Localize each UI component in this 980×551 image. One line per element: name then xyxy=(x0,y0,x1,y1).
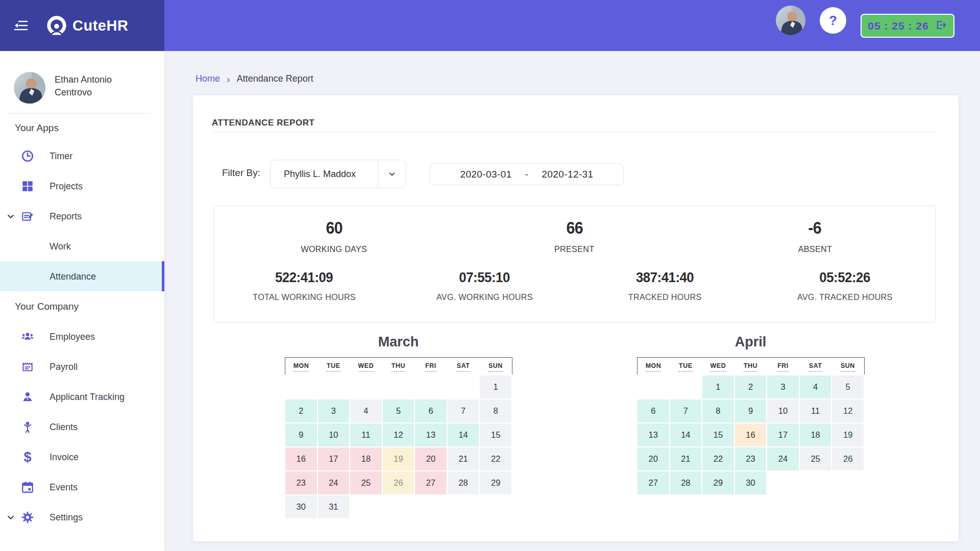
calendar-day-cell: 26 xyxy=(382,471,415,495)
calendar-empty-cell xyxy=(702,495,734,518)
sidebar-item-clients[interactable]: Clients xyxy=(0,412,164,442)
sidebar-item-projects[interactable]: Projects xyxy=(0,171,164,201)
calendar-month-title: April xyxy=(636,334,865,350)
sidebar-item-employees[interactable]: Employees xyxy=(0,321,164,352)
stat-value: 522:41:09 xyxy=(275,269,333,286)
calendar-day-cell: 4 xyxy=(799,375,832,399)
sidebar-item-events[interactable]: Events xyxy=(0,472,164,502)
calendar-march: MarchMONTUEWEDTHUFRISATSUN12345678910111… xyxy=(284,334,512,519)
page-title: ATTENDANCE REPORT xyxy=(212,118,315,128)
date-range-input[interactable]: 2020-03-01 - 2020-12-31 xyxy=(430,163,624,185)
calendar-empty-cell xyxy=(637,375,670,399)
sidebar-toggle-icon[interactable] xyxy=(12,17,30,34)
sidebar-item-reports[interactable]: Reports xyxy=(0,201,164,231)
sidebar-item-applicant-tracking[interactable]: Applicant Tracking xyxy=(0,382,164,412)
sidebar-item-label: Work xyxy=(50,241,71,252)
sidebar-item-label: Settings xyxy=(50,512,83,522)
sidebar-item-timer[interactable]: Timer xyxy=(0,141,164,171)
calendar-day-cell: 5 xyxy=(831,375,864,399)
calendar-table: MONTUEWEDTHUFRISATSUN1234567891011121314… xyxy=(284,357,512,519)
calendar-day-cell: 30 xyxy=(285,495,317,519)
user-avatar[interactable] xyxy=(776,6,805,35)
calendar-day-cell: 13 xyxy=(637,423,670,447)
calendar-day-cell: 27 xyxy=(414,471,447,495)
day-header: SAT xyxy=(799,358,832,375)
top-header: CuteHR ? 05 : 25 : 26 xyxy=(0,0,980,51)
calendar-day-cell: 30 xyxy=(734,471,767,495)
help-question-icon: ? xyxy=(829,13,837,29)
calendar-day-cell: 6 xyxy=(414,399,447,423)
report-edit-icon xyxy=(21,210,34,223)
employee-select-value: Phyllis L. Maddox xyxy=(271,169,378,180)
stat-tracked-hours: 387:41:40TRACKED HOURS xyxy=(575,269,755,303)
calendar-day-cell: 18 xyxy=(350,447,382,471)
calendar-day-cell: 10 xyxy=(317,423,350,447)
stat-label: AVG. WORKING HOURS xyxy=(436,292,532,303)
calendar-day-cell: 11 xyxy=(799,399,832,423)
sidebar-item-settings[interactable]: Settings xyxy=(0,502,164,532)
sidebar-item-label: Events xyxy=(50,482,78,492)
timer-button[interactable]: 05 : 25 : 26 xyxy=(861,14,954,38)
calendar-day-cell: 29 xyxy=(702,471,734,495)
sidebar-item-label: Attendance xyxy=(50,271,96,282)
sidebar-nav: Your AppsTimerProjectsReportsWorkAttenda… xyxy=(0,115,164,532)
calendar-day-cell: 27 xyxy=(637,471,670,495)
chevron-down-icon[interactable] xyxy=(378,169,406,179)
sidebar-item-label: Clients xyxy=(50,421,78,432)
calendar-day-cell: 9 xyxy=(285,423,317,447)
brand-name: CuteHR xyxy=(72,17,128,34)
stat-label: TOTAL WORKING HOURS xyxy=(253,292,356,303)
sidebar-item-attendance[interactable]: Attendance xyxy=(0,261,164,291)
breadcrumb: Home › Attendance Report xyxy=(195,73,313,84)
calendar-day-cell: 19 xyxy=(831,423,864,447)
calendar-day-cell: 7 xyxy=(670,399,702,423)
sidebar-item-payroll[interactable]: Payroll xyxy=(0,352,164,382)
invoice-dollar-icon: $ xyxy=(21,450,34,464)
employee-select[interactable]: Phyllis L. Maddox xyxy=(270,160,406,188)
calendar-empty-cell xyxy=(447,375,480,399)
chevron-down-icon[interactable] xyxy=(6,513,15,522)
summary-stats-box: 60WORKING DAYS66PRESENT-6ABSENT 522:41:0… xyxy=(213,206,936,323)
help-button[interactable]: ? xyxy=(820,7,846,34)
calendar-empty-cell xyxy=(767,471,799,495)
stat-present: 66PRESENT xyxy=(454,218,695,255)
calendar-day-cell: 8 xyxy=(479,399,512,423)
calendar-day-cell: 20 xyxy=(637,447,670,471)
sidebar-item-invoice[interactable]: $Invoice xyxy=(0,442,164,472)
stat-label: TRACKED HOURS xyxy=(628,292,701,303)
payroll-icon xyxy=(21,360,34,373)
sidebar: Ethan Antonio Centrovo Your AppsTimerPro… xyxy=(0,51,164,551)
calendar-empty-cell xyxy=(414,375,447,399)
breadcrumb-chevron-icon: › xyxy=(227,74,230,84)
calendar-empty-cell xyxy=(350,375,382,399)
stat-value: 60 xyxy=(326,218,342,238)
app-logo[interactable]: CuteHR xyxy=(46,0,128,51)
date-separator: - xyxy=(525,169,529,180)
stat-value: 07:55:10 xyxy=(459,269,509,286)
logout-arrow-icon xyxy=(935,19,947,33)
sidebar-item-work[interactable]: Work xyxy=(0,231,164,261)
calendar-empty-cell xyxy=(670,495,702,518)
cutehr-logo-icon xyxy=(46,15,67,36)
chevron-down-icon[interactable] xyxy=(6,212,15,221)
stat-label: AVG. TRACKED HOURS xyxy=(797,292,893,303)
calendar-empty-cell xyxy=(382,495,415,519)
calendar-day-cell: 23 xyxy=(285,471,317,495)
day-header: FRI xyxy=(414,358,447,375)
employees-icon xyxy=(21,330,34,343)
day-header: THU xyxy=(382,358,415,375)
calendar-empty-cell xyxy=(831,495,864,518)
day-header: MON xyxy=(285,358,317,375)
day-header: MON xyxy=(637,358,670,375)
settings-gear-icon xyxy=(21,511,34,524)
date-to: 2020-12-31 xyxy=(542,169,593,180)
sidebar-item-label: Applicant Tracking xyxy=(50,391,125,402)
breadcrumb-home-link[interactable]: Home xyxy=(195,73,220,84)
calendar-day-cell: 3 xyxy=(767,375,799,399)
calendar-empty-cell xyxy=(637,495,670,518)
sidebar-user[interactable]: Ethan Antonio Centrovo xyxy=(0,51,164,113)
calendar-day-cell: 25 xyxy=(799,447,832,471)
sidebar-item-label: Invoice xyxy=(50,452,79,462)
day-header: FRI xyxy=(767,358,799,375)
calendar-day-cell: 16 xyxy=(734,423,767,447)
